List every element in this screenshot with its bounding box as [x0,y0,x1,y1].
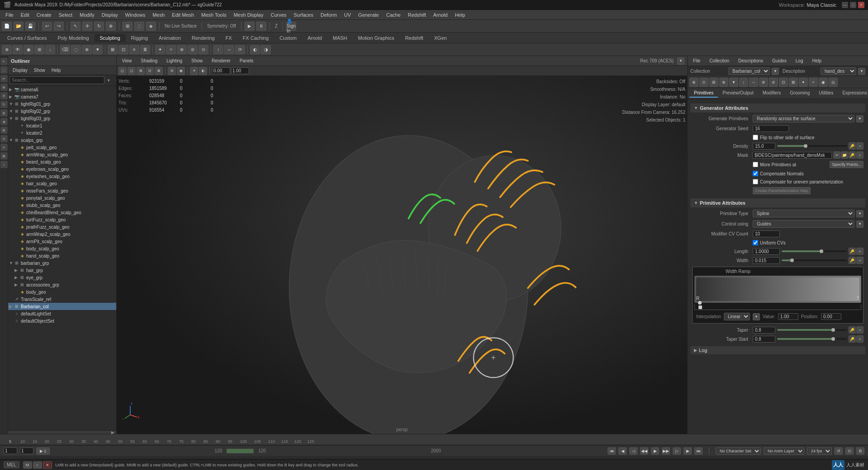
xgen-icon-btn5[interactable]: ▼ [729,78,738,87]
tool-paint[interactable]: ✏ [0,75,8,82]
menu-display[interactable]: Display [98,11,122,19]
snap-curve[interactable]: ◌ [134,22,144,31]
vp-toolbar-btn4[interactable]: ⊡ [146,67,154,75]
mask-key-icon[interactable]: 🔑 [849,151,856,159]
tab-animation[interactable]: Animation [153,34,186,42]
vp-light-btn[interactable]: ☀ [190,67,198,75]
tree-item-hand[interactable]: ▶ ◈ hand_scalp_geo [8,252,116,259]
character-set-select[interactable]: No Character Set [716,447,761,455]
xgen-sculpt4[interactable]: ≣ [140,45,150,54]
taper-slider[interactable] [777,329,847,331]
taper-value-input[interactable] [753,327,775,334]
move-tool[interactable]: ✛ [82,22,92,31]
tree-item-hair[interactable]: ▶ ◈ hair_scalp_geo [8,180,116,187]
xgen-tool4[interactable]: ⊘ [188,45,198,54]
menu-generate[interactable]: Generate [354,11,382,19]
length-extra-icon[interactable]: + [856,248,863,255]
width-key-icon[interactable]: 🔑 [849,257,856,264]
tree-item-tightRig03[interactable]: ▼ ⊞ tightRig03_grp [8,115,116,122]
loop-button[interactable]: ↺ [835,447,843,455]
tool-scale[interactable]: ⊗ [0,109,8,117]
select-tool[interactable]: ↖ [71,22,80,31]
width-slider-thumb[interactable] [790,258,794,262]
length-slider[interactable] [782,250,847,252]
tool-select[interactable]: ↖ [0,58,8,65]
tree-item-nosefars[interactable]: ▶ ◈ noseFars_scalp_geo [8,187,116,194]
taper-start-slider-thumb[interactable] [831,337,835,341]
description-arrow-icon[interactable]: ▼ [858,68,865,75]
mask-folder-icon[interactable]: 📁 [841,151,848,159]
description-select[interactable]: hand_des [821,67,856,75]
ramp-handle-strip[interactable] [694,305,861,310]
control-using-arrow[interactable]: ▼ [856,221,863,228]
viewport-menu-view[interactable]: View [119,58,135,64]
tab-fx[interactable]: FX [220,34,237,42]
compensate-normals-checkbox[interactable] [753,171,758,176]
right-menu-guides[interactable]: Guides [769,58,789,64]
xgen-icon-btn9[interactable]: ⊘ [769,78,778,87]
right-menu-log[interactable]: Log [793,58,806,64]
anim-layer-select[interactable]: No Anim Layer [764,447,804,455]
menu-uv[interactable]: UV [340,11,354,19]
taper-start-slider[interactable] [777,338,847,340]
tree-item-ponytail[interactable]: ▶ ◈ ponytail_scalp_geo [8,194,116,202]
tab-modifiers[interactable]: Modifiers [758,89,786,98]
modifier-cv-count-input[interactable] [753,230,780,237]
xgen-extra2[interactable]: ◑ [261,45,271,54]
tool-soft[interactable]: ⊙ [0,135,8,142]
vp-toolbar-btn2[interactable]: ◲ [127,67,136,75]
undo-button[interactable]: ↩ [42,22,52,31]
tree-item-eyebrows[interactable]: ▶ ◈ eyebrows_scalp_geo [8,165,116,173]
tool-deform[interactable]: ◈ [0,118,8,125]
value-input[interactable] [778,313,798,320]
menu-deform[interactable]: Deform [317,11,340,19]
tab-fx-caching[interactable]: FX Caching [237,34,274,42]
xgen-icon3[interactable]: ◉ [24,45,33,54]
xgen-guide3[interactable]: ⟳ [235,45,245,54]
tree-item-scalps-grp[interactable]: ▼ ⊞ scalps_grp [8,136,116,144]
anim-settings-button[interactable]: ⚙ [856,447,864,455]
primitive-type-select[interactable]: Spline [753,210,854,217]
position-input[interactable] [821,313,841,320]
tree-item-turtfuzz[interactable]: ▶ ◈ turtFuzz_scalp_geo [8,216,116,223]
viewport-menu-lighting[interactable]: Lighting [164,58,185,64]
expand-icon[interactable]: ▶ [9,87,14,92]
xgen-icon-btn11[interactable]: ⊠ [789,78,798,87]
collection-select[interactable]: Barbarian_col [728,67,770,75]
right-menu-help[interactable]: Help [809,58,824,64]
xgen-icon7[interactable]: ◌ [71,45,81,54]
tree-item-transscale[interactable]: ▶ ↗ TransScale_ref [8,296,116,303]
xgen-icon-btn10[interactable]: ⊡ [779,78,788,87]
xgen-icon-btn13[interactable]: ✧ [809,78,818,87]
tree-item-hair-grp[interactable]: ▶ ⊞ hair_grp [8,267,116,274]
density-slider[interactable] [777,145,847,147]
tool-sculpt[interactable]: ⊕ [0,84,8,91]
play-button[interactable]: ▶ [651,447,659,455]
menu-select[interactable]: Select [55,11,76,19]
tab-arnold[interactable]: Arnold [302,34,327,42]
menu-edit[interactable]: Edit [17,11,33,19]
tool-measure[interactable]: ↕ [0,161,8,168]
tab-poly-modeling[interactable]: Poly Modeling [52,34,94,42]
taper-extra-icon[interactable]: + [856,326,863,334]
tree-item-camera6[interactable]: ▶ 📷 camera6 [8,86,116,93]
density-slider-thumb[interactable] [804,144,807,148]
right-menu-file[interactable]: File [690,58,703,64]
xgen-tool3[interactable]: ⊛ [177,45,187,54]
expand-icon[interactable]: ▶ [14,282,19,287]
mask-input[interactable] [752,152,832,159]
tab-xgen[interactable]: XGen [429,34,452,42]
xgen-icon-btn15[interactable]: ◎ [829,78,838,87]
viewport-option-btn[interactable]: ▼ [677,57,684,65]
expand-icon[interactable]: ▼ [9,138,14,142]
xgen-tool1[interactable]: ✦ [155,45,165,54]
menu-redshift[interactable]: Redshift [404,11,429,19]
tab-custom[interactable]: Custom [274,34,302,42]
interpolation-select[interactable]: Linear [724,313,750,320]
tool-articulate[interactable]: ⊞ [0,127,8,134]
prev-frame-button[interactable]: ◀ [618,447,627,455]
xgen-tool5[interactable]: ⊙ [198,45,208,54]
xgen-icon-btn3[interactable]: ⊞ [709,78,718,87]
tab-primitives[interactable]: Primitives [689,89,718,98]
play-forward-button[interactable]: ▶▶ [662,447,670,455]
